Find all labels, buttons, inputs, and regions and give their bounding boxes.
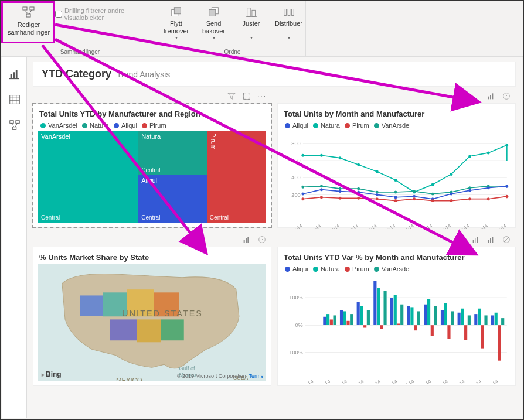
svg-rect-154	[495, 313, 498, 325]
svg-point-72	[394, 196, 397, 199]
svg-rect-24	[9, 121, 13, 124]
visual-bar-chart[interactable]: Total Units YTD Var % by Month and Manuf…	[277, 247, 516, 386]
interaction-highlight-icon[interactable]	[469, 234, 482, 245]
distribute-button[interactable]: Distribuer▾	[271, 4, 307, 43]
svg-rect-9	[247, 8, 250, 17]
svg-rect-166	[498, 325, 501, 361]
model-view-button[interactable]	[8, 119, 21, 132]
map-label-us: UNITED STATES	[122, 309, 203, 318]
svg-rect-120	[488, 240, 489, 243]
svg-point-55	[301, 186, 304, 189]
svg-rect-141	[474, 314, 477, 325]
svg-point-67	[301, 192, 304, 195]
svg-text:Apr-14: Apr-14	[345, 223, 360, 229]
interaction-none-icon-map[interactable]	[256, 234, 268, 245]
edit-interactions-label: Rediger samhandlinger	[8, 21, 50, 36]
svg-point-87	[450, 199, 452, 202]
tm-aliqui-region: Central	[141, 214, 160, 221]
bing-logo: Bing	[42, 370, 62, 378]
map-terms-link[interactable]: Terms	[249, 373, 264, 379]
tm-pirum: Pirum	[210, 133, 217, 150]
legend2-aliqui: Aliqui	[292, 122, 308, 129]
svg-text:Feb-14: Feb-14	[316, 378, 332, 384]
legend-aliqui: Aliqui	[121, 122, 137, 129]
svg-line-4	[29, 10, 32, 14]
interaction-filter-icon-map[interactable]	[240, 234, 253, 245]
bring-forward-button[interactable]: Flytt fremover▾	[158, 4, 195, 43]
focus-icon[interactable]	[240, 90, 253, 102]
svg-text:May-14: May-14	[362, 223, 378, 229]
svg-rect-13	[288, 9, 290, 16]
svg-text:Apr-14: Apr-14	[350, 378, 365, 384]
send-backward-label: Send bakover	[202, 20, 225, 35]
svg-rect-148	[394, 295, 397, 325]
align-button[interactable]: Juster▾	[233, 4, 270, 43]
svg-point-69	[339, 190, 342, 193]
map-body: UNITED STATES MEXICO Gulf of Mexico CUBA…	[38, 264, 266, 381]
treemap-legend: VanArsdel Natura Aliqui Pirum	[40, 122, 266, 129]
interaction-filter-icon-bar[interactable]	[485, 234, 498, 245]
svg-rect-134	[357, 302, 360, 325]
svg-rect-137	[407, 306, 410, 325]
legend2-natura: Natura	[321, 122, 340, 129]
visual-line-chart[interactable]: Total Units by Month and Manufacturer Al…	[277, 103, 516, 228]
more-icon[interactable]: ···	[256, 90, 268, 102]
svg-point-76	[468, 189, 471, 192]
page-title-container: YTD Category Trend Analysis	[33, 62, 516, 87]
svg-rect-14	[291, 9, 294, 16]
svg-text:Oct-14: Oct-14	[455, 223, 471, 229]
svg-point-68	[320, 188, 323, 191]
svg-rect-156	[330, 319, 333, 325]
edit-interactions-button[interactable]: Rediger samhandlinger	[6, 4, 52, 39]
svg-rect-103	[244, 240, 245, 243]
svg-rect-30	[488, 97, 489, 100]
interaction-none-icon[interactable]	[500, 90, 513, 102]
filter-icon[interactable]	[225, 90, 238, 102]
svg-rect-135	[373, 281, 376, 325]
send-backward-button[interactable]: Send bakover▾	[196, 4, 232, 43]
svg-rect-147	[377, 288, 380, 325]
svg-line-27	[11, 123, 14, 127]
svg-rect-115	[161, 319, 184, 340]
svg-rect-16	[13, 72, 15, 78]
interaction-filter-icon[interactable]	[485, 90, 498, 102]
svg-point-59	[376, 191, 379, 194]
svg-point-79	[301, 197, 304, 200]
svg-rect-161	[414, 325, 417, 330]
svg-rect-165	[481, 325, 484, 349]
svg-text:Mar-14: Mar-14	[332, 378, 348, 384]
legend4-vanarsdel: VanArsdel	[382, 265, 411, 272]
visual-treemap[interactable]: ··· Total Units YTD by Manufacturer and …	[33, 103, 271, 228]
svg-text:Nov-14: Nov-14	[474, 223, 489, 229]
bring-forward-icon	[169, 6, 183, 19]
svg-point-78	[505, 185, 508, 187]
align-icon	[244, 6, 258, 19]
svg-text:Jun-14: Jun-14	[382, 223, 397, 229]
legend4-pirum: Pirum	[352, 265, 369, 272]
interaction-none-icon-bar[interactable]	[500, 234, 513, 245]
svg-rect-118	[475, 238, 476, 243]
tm-natura-region: Central	[141, 167, 160, 173]
svg-rect-151	[444, 303, 447, 325]
svg-rect-31	[490, 95, 491, 99]
svg-point-62	[431, 192, 434, 195]
data-view-button[interactable]	[8, 93, 21, 106]
svg-rect-178	[501, 318, 504, 325]
line-legend: Aliqui Natura Pirum VanArsdel	[285, 122, 511, 129]
svg-point-77	[487, 186, 490, 189]
svg-point-80	[320, 196, 323, 199]
visual-map[interactable]: % Units Market Share by State UNITED STA…	[33, 247, 271, 386]
svg-text:Aug-14: Aug-14	[416, 378, 432, 384]
map-title: % Units Market Share by State	[39, 253, 266, 262]
map-label-mexico: MEXICO	[116, 377, 142, 381]
report-canvas: YTD Category Trend Analysis ··· Total Un…	[27, 57, 522, 418]
svg-point-46	[357, 163, 360, 166]
svg-rect-26	[12, 127, 16, 130]
svg-text:800: 800	[291, 141, 300, 146]
svg-text:200: 200	[291, 192, 300, 197]
drill-filter-input[interactable]	[55, 11, 62, 18]
svg-text:0%: 0%	[295, 322, 303, 328]
drill-filter-checkbox[interactable]: Drilling filtrerer andre visualobjekter	[52, 4, 154, 25]
report-view-button[interactable]	[8, 67, 21, 80]
svg-text:Jan-14: Jan-14	[300, 378, 315, 384]
